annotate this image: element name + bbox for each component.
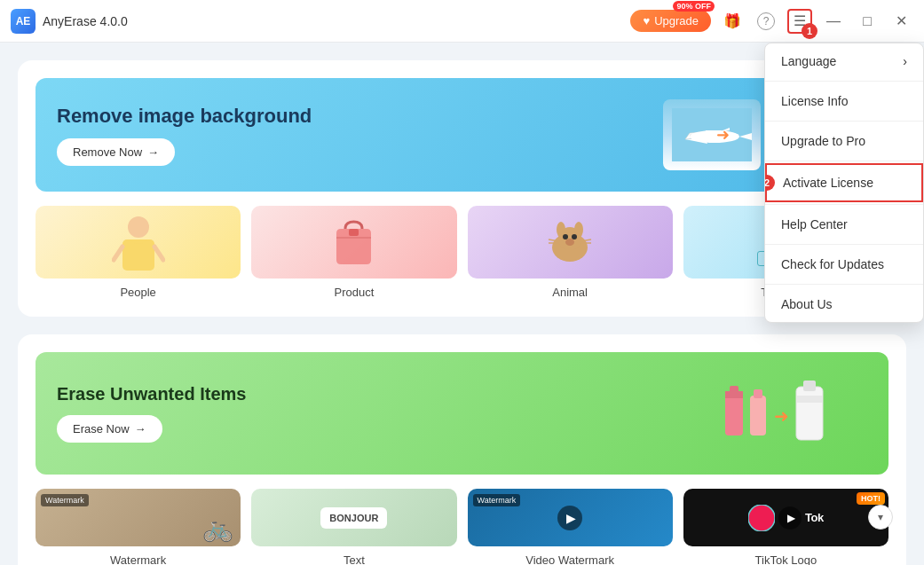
thumb-tiktok: HOT! ▶ Tok (683, 489, 888, 546)
product-svg (329, 216, 378, 269)
remove-now-button[interactable]: Remove Now → (57, 138, 175, 166)
menu-item-language[interactable]: Language › (765, 43, 923, 79)
hot-badge: HOT! (857, 492, 885, 505)
svg-rect-35 (754, 389, 762, 398)
gift-icon[interactable]: 🎁 (720, 9, 745, 34)
thumb-text: BONJOUR (251, 489, 456, 546)
dropdown-menu: Language › License Info Upgrade to Pro 2… (764, 43, 924, 323)
menu-button[interactable]: ☰ 1 (787, 9, 812, 34)
menu-item-check-for-updates[interactable]: Check for Updates (765, 247, 923, 282)
thumb-video: Watermark ▶ (468, 489, 673, 546)
menu-item-upgrade-to-pro[interactable]: Upgrade to Pro (765, 123, 923, 159)
titlebar-right: ♥ Upgrade 90% OFF 🎁 ? ☰ 1 — □ ✕ (630, 9, 913, 34)
erase-now-button[interactable]: Erase Now → (57, 415, 162, 443)
svg-point-25 (572, 234, 577, 239)
svg-text:➜: ➜ (774, 406, 789, 426)
thumb-people (36, 206, 241, 279)
close-button[interactable]: ✕ (888, 9, 913, 34)
sub-category-watermark[interactable]: Watermark 🚲 Watermark (36, 489, 241, 565)
menu-item-about-us[interactable]: About Us (765, 286, 923, 322)
watermark-badge: Watermark (41, 494, 89, 506)
sub-category-tiktok[interactable]: HOT! ▶ Tok TikTok Logo (683, 489, 888, 565)
sub-category-video-label: Video Watermark (525, 553, 614, 565)
erase-banner: Erase Unwanted Items Erase Now → (36, 352, 888, 475)
remove-bg-text: Remove image background Remove Now → (57, 105, 312, 166)
sub-category-text[interactable]: BONJOUR Text (251, 489, 456, 565)
sub-category-grid: Watermark 🚲 Watermark BONJOUR Text Water… (36, 489, 888, 565)
svg-rect-34 (750, 396, 766, 436)
help-icon[interactable]: ? (754, 9, 778, 34)
bonjour-text: BONJOUR (320, 507, 387, 529)
menu-divider-6 (765, 284, 923, 285)
category-product-label: Product (334, 286, 374, 299)
erase-title: Erase Unwanted Items (57, 384, 246, 404)
sub-category-video-watermark[interactable]: Watermark ▶ Video Watermark (468, 489, 673, 565)
minimize-button[interactable]: — (821, 9, 846, 34)
titlebar-left: AE AnyErase 4.0.0 (11, 9, 128, 34)
svg-rect-38 (803, 381, 816, 391)
people-svg (112, 211, 165, 273)
menu-divider-4 (765, 204, 923, 205)
category-animal[interactable]: Animal (468, 206, 673, 299)
thumb-product (251, 206, 456, 279)
menu-item-activate-license[interactable]: 2 Activate License (765, 163, 923, 202)
svg-line-17 (154, 247, 163, 260)
svg-rect-15 (122, 239, 154, 271)
category-grid: People Product (36, 206, 888, 299)
heart-icon: ♥ (643, 14, 650, 27)
svg-point-24 (563, 234, 568, 239)
tiktok-icon (748, 505, 775, 531)
animal-svg (541, 214, 599, 271)
app-name: AnyErase 4.0.0 (43, 14, 128, 28)
category-people-label: People (120, 286, 155, 299)
titlebar: AE AnyErase 4.0.0 ♥ Upgrade 90% OFF 🎁 ? … (0, 0, 924, 43)
svg-line-16 (114, 247, 122, 260)
menu-badge-2: 2 (764, 175, 775, 191)
category-animal-label: Animal (552, 286, 588, 299)
svg-marker-8 (709, 141, 716, 143)
category-people[interactable]: People (36, 206, 241, 299)
menu-badge-1: 1 (802, 23, 817, 39)
sub-category-tiktok-label: TikTok Logo (755, 553, 817, 565)
svg-point-26 (565, 239, 574, 246)
play-icon: ▶ (557, 506, 582, 530)
svg-rect-37 (796, 387, 823, 440)
remove-bg-title: Remove image background (57, 105, 312, 128)
plane-original-image (663, 99, 761, 170)
tiktok-logo-area: ▶ Tok (748, 505, 824, 531)
sub-category-text-label: Text (344, 553, 365, 565)
maximize-button[interactable]: □ (855, 9, 880, 34)
erase-card: Erase Unwanted Items Erase Now → (18, 334, 906, 565)
video-watermark-badge: Watermark (473, 494, 521, 506)
menu-item-license-info[interactable]: License Info (765, 83, 923, 119)
menu-item-help-center[interactable]: Help Center (765, 207, 923, 242)
chevron-right-icon: › (903, 54, 907, 68)
sub-chevron-down-icon[interactable]: ▾ (868, 505, 893, 530)
erase-image-area: ➜ (707, 373, 867, 453)
remove-bg-banner: Remove image background Remove Now → (36, 78, 888, 192)
svg-rect-19 (349, 229, 359, 236)
bike-icon: 🚲 (202, 514, 233, 543)
svg-rect-33 (725, 391, 743, 398)
app-icon: AE (11, 9, 36, 34)
thumb-watermark: Watermark 🚲 (36, 489, 241, 546)
bottles-svg: ➜ (707, 373, 867, 453)
svg-rect-39 (796, 396, 823, 403)
menu-divider-2 (765, 121, 923, 122)
svg-point-14 (128, 216, 149, 238)
menu-divider-3 (765, 161, 923, 161)
upgrade-badge: 90% OFF (673, 1, 715, 12)
menu-divider-5 (765, 244, 923, 245)
sub-category-watermark-label: Watermark (110, 553, 166, 565)
category-product[interactable]: Product (251, 206, 456, 299)
plane-svg (672, 108, 752, 161)
thumb-animal (468, 206, 673, 279)
play-icon-2: ▶ (778, 506, 802, 530)
menu-divider-1 (765, 81, 923, 82)
arrow-icon: ➜ (716, 125, 730, 145)
upgrade-button[interactable]: ♥ Upgrade 90% OFF (630, 10, 711, 32)
erase-text: Erase Unwanted Items Erase Now → (57, 384, 246, 443)
tiktok-text: Tok (805, 511, 824, 524)
